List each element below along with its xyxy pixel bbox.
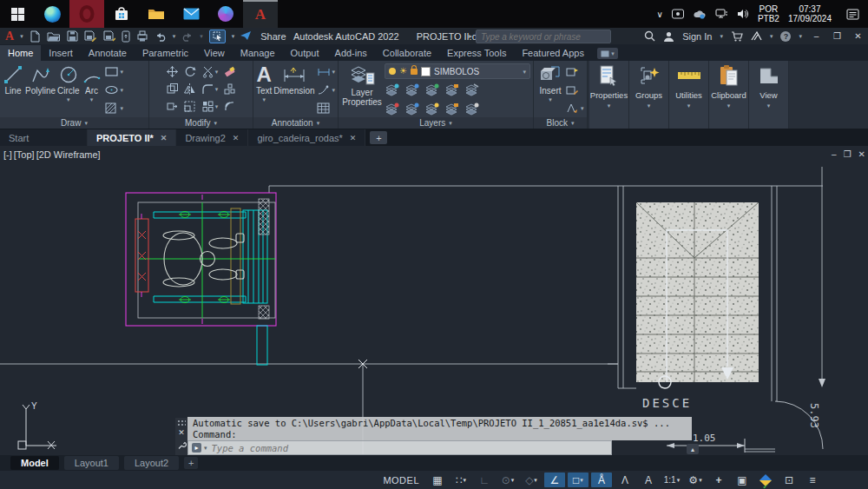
tab-featured-apps[interactable]: Featured Apps — [514, 45, 592, 61]
help-icon[interactable]: ? — [780, 31, 791, 42]
scale-button[interactable] — [183, 100, 196, 113]
layer-freeze-icon[interactable] — [424, 83, 440, 96]
new-file-icon[interactable] — [30, 30, 41, 43]
copilot-taskbar-button[interactable] — [208, 0, 243, 28]
command-input-row[interactable]: ▸ ▾ — [187, 440, 612, 455]
drawing-minimize-button[interactable]: – — [832, 149, 837, 159]
arc-button[interactable]: Arc ▾ — [82, 63, 102, 117]
file-tab-projeto[interactable]: PROJETO II*✕ — [88, 129, 176, 146]
dim-baseline-button[interactable]: ▾ — [317, 63, 336, 80]
annotation-visibility-toggle[interactable]: Å — [591, 472, 612, 487]
tab-parametric[interactable]: Parametric — [135, 45, 196, 61]
layer-select-dropdown[interactable]: ☀ SIMBOLOS ▾ — [385, 63, 530, 79]
annotation-scale-icon[interactable]: A — [638, 472, 659, 487]
layer-isolate-icon[interactable] — [385, 83, 400, 96]
minimize-button[interactable]: – — [810, 31, 823, 41]
line-button[interactable]: Line — [3, 63, 23, 117]
store-taskbar-button[interactable] — [104, 0, 139, 28]
rectangle-button[interactable]: ▾ — [104, 63, 124, 80]
selection-tool-button[interactable] — [209, 30, 226, 43]
ortho-toggle[interactable]: ∟ — [474, 472, 495, 487]
layer-match-icon[interactable] — [464, 83, 480, 96]
mirror-button[interactable] — [183, 83, 196, 96]
snap-toggle[interactable]: ∷▾ — [450, 472, 471, 487]
customization-menu-button[interactable]: ≡ — [802, 472, 823, 487]
command-input[interactable] — [210, 442, 608, 454]
selection-dropdown-icon[interactable]: ▾ — [232, 33, 235, 39]
autodesk-dropdown-icon[interactable]: ▾ — [770, 33, 773, 39]
command-history-toggle[interactable]: ▴ — [687, 444, 699, 454]
array-button[interactable]: ▾ — [201, 100, 219, 113]
tab-annotate[interactable]: Annotate — [81, 45, 135, 61]
tab-express-tools[interactable]: Express Tools — [439, 45, 514, 61]
start-button[interactable] — [0, 0, 35, 28]
close-button[interactable]: ✕ — [852, 31, 865, 41]
move-button[interactable] — [166, 65, 179, 78]
layer-lock-icon[interactable] — [444, 83, 460, 96]
open-file-icon[interactable] — [47, 30, 61, 42]
speaker-icon[interactable] — [737, 9, 749, 19]
layer-on-all-icon[interactable] — [424, 102, 440, 116]
iso-drafting-toggle[interactable]: ◇▾ — [521, 472, 542, 487]
close-icon[interactable]: ✕ — [233, 134, 240, 142]
tab-layout2[interactable]: Layout2 — [124, 456, 179, 470]
tab-collaborate[interactable]: Collaborate — [375, 45, 439, 61]
drawing-restore-button[interactable]: ❐ — [844, 149, 852, 159]
tab-insert[interactable]: Insert — [41, 45, 81, 61]
viewport-view-button[interactable]: [Top] — [14, 149, 35, 160]
search-input[interactable] — [476, 30, 611, 43]
clock[interactable]: 07:3717/09/2024 — [788, 4, 832, 23]
tab-output[interactable]: Output — [283, 45, 327, 61]
wheelchair-block[interactable] — [126, 193, 276, 365]
redo-icon[interactable] — [181, 31, 194, 42]
command-prompt-icon[interactable]: ▸ — [192, 443, 201, 453]
close-icon[interactable]: ✕ — [350, 134, 357, 142]
panel-utilities[interactable]: Utilities ▾ — [669, 61, 709, 129]
layer-make-current-icon[interactable] — [404, 102, 420, 116]
close-icon[interactable]: ✕ — [178, 429, 185, 437]
panel-label-block[interactable]: Block▾ — [534, 117, 587, 129]
redo-dropdown-icon[interactable]: ▾ — [200, 33, 203, 39]
user-icon[interactable] — [663, 31, 674, 42]
edge-taskbar-button[interactable] — [35, 0, 69, 28]
panel-label-modify[interactable]: Modify▾ — [149, 117, 253, 129]
drag-grip-icon[interactable] — [177, 420, 186, 426]
tray-chevron-icon[interactable]: ∨ — [657, 10, 663, 19]
save-as-icon[interactable] — [84, 30, 97, 42]
panel-label-annotation[interactable]: Annotation▾ — [253, 117, 338, 129]
panel-properties[interactable]: Properties ▾ — [589, 61, 629, 129]
onedrive-icon[interactable] — [693, 10, 707, 19]
share-label[interactable]: Share — [260, 31, 286, 42]
offset-button[interactable] — [223, 100, 236, 113]
tab-view[interactable]: View — [196, 45, 233, 61]
panel-label-draw[interactable]: Draw▾ — [0, 117, 148, 129]
fillet-button[interactable]: ▾ — [201, 83, 219, 96]
object-snap-toggle[interactable]: □▾ — [568, 472, 589, 487]
chevron-down-icon[interactable]: ▾ — [204, 445, 207, 451]
new-drawing-tab-button[interactable]: + — [370, 131, 387, 144]
hatch-button[interactable]: ▾ — [104, 100, 124, 116]
new-layout-button[interactable]: + — [184, 457, 198, 469]
tab-home[interactable]: Home — [0, 45, 41, 61]
teams-icon[interactable] — [672, 9, 684, 19]
rotate-button[interactable] — [183, 65, 196, 78]
tab-manage[interactable]: Manage — [233, 45, 283, 61]
file-tab-giro[interactable]: giro_cadeira_rodas*✕ — [248, 129, 365, 146]
sign-in-dropdown-icon[interactable]: ▾ — [720, 33, 723, 39]
mobile-upload-icon[interactable] — [122, 30, 130, 43]
annotation-autoscale-toggle[interactable]: Λ — [615, 472, 635, 487]
explorer-taskbar-button[interactable] — [139, 0, 174, 28]
layer-walk-icon[interactable] — [464, 102, 480, 116]
help-dropdown-icon[interactable]: ▾ — [799, 33, 802, 39]
define-attributes-button[interactable]: ▾ — [566, 100, 584, 116]
ellipse-button[interactable]: ▾ — [104, 82, 124, 98]
annotation-scale-value[interactable]: 1:1▾ — [661, 472, 682, 487]
tab-model[interactable]: Model — [10, 456, 59, 470]
close-icon[interactable]: ✕ — [161, 134, 168, 142]
layer-unlock-all-icon[interactable] — [444, 102, 460, 116]
insert-block-button[interactable]: Insert ▾ — [536, 63, 564, 117]
restore-button[interactable]: ❐ — [831, 31, 844, 41]
model-space[interactable]: DESCE 5.93 1.05 Y — [0, 146, 868, 455]
table-button[interactable] — [317, 100, 336, 116]
isolate-objects-button[interactable]: ▣ — [732, 472, 753, 487]
